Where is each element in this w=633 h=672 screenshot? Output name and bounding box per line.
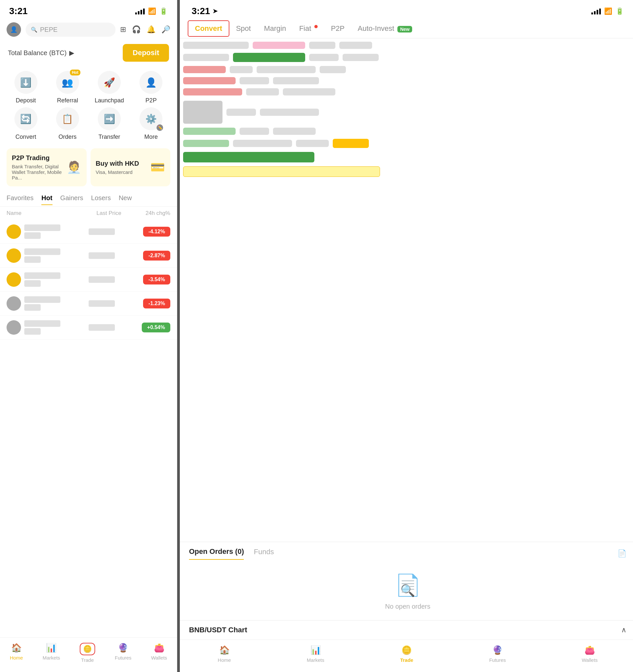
trade-icon: 🪙 [83,645,92,653]
market-item[interactable]: -4.12% [0,220,177,244]
coin-info [6,248,89,263]
nav-wallets[interactable]: 👛 Wallets [151,643,167,663]
wifi-icon: 📶 [148,7,156,15]
tab-fiat[interactable]: Fiat [293,21,325,36]
grid-icon[interactable]: ⊞ [120,25,126,34]
search-input[interactable]: PEPE [40,26,57,33]
right-status-bar: 3:21 ➤ 📶 🔋 [180,0,633,19]
right-nav-home[interactable]: 🏠 Home [218,645,231,663]
market-item[interactable]: -3.54% [0,268,177,292]
action-deposit[interactable]: ⬇️ Deposit [6,71,45,104]
search-icon: 🔍 [31,27,38,33]
change-value: +0.54% [142,322,170,332]
coin-info [6,224,89,239]
fiat-dot [314,25,318,28]
right-panel: 3:21 ➤ 📶 🔋 Convert Spot Margin Fiat P2P … [180,0,633,672]
nav-trade[interactable]: 🪙 Trade [80,643,95,663]
nav-home-label: Home [10,655,23,661]
coin-icon-1 [6,224,21,239]
right-nav-wallets[interactable]: 👛 Wallets [582,645,598,663]
tab-new[interactable]: New [119,194,132,205]
scan-icon[interactable]: 🔎 [161,25,170,34]
tab-hot[interactable]: Hot [41,194,52,205]
change-badge: -3.54% [129,274,170,285]
open-orders-tab[interactable]: Open Orders (0) [189,547,244,560]
hot-badge: Hot [70,70,80,75]
tab-losers[interactable]: Losers [91,194,111,205]
search-box[interactable]: 🔍 PEPE [26,23,116,37]
left-status-time: 3:21 [9,6,28,17]
tab-p2p[interactable]: P2P [324,21,351,36]
balance-label: Total Balance (BTC) ▶ [8,49,74,57]
change-badge: -2.87% [129,251,170,261]
tab-margin[interactable]: Margin [257,21,292,36]
right-nav-wallets-label: Wallets [582,657,598,663]
chart-area [180,39,633,542]
tab-gainers[interactable]: Gainers [61,194,83,205]
right-home-icon: 🏠 [219,645,230,655]
chevron-right-icon[interactable]: ▶ [69,49,74,57]
nav-futures-label: Futures [115,655,132,661]
market-item[interactable]: +0.54% [0,316,177,340]
action-convert-label: Convert [16,134,36,140]
right-status-time: 3:21 ➤ [192,6,217,17]
nav-home[interactable]: 🏠 Home [10,643,23,663]
right-nav-trade[interactable]: 🪙 Trade [400,645,413,663]
chevron-up-icon[interactable]: ∧ [621,626,627,634]
nav-markets[interactable]: 📊 Markets [43,643,60,663]
tab-favorites[interactable]: Favorites [6,194,33,205]
left-panel: 3:21 📶 🔋 👤 🔍 PEPE ⊞ 🎧 🔔 🔎 Tota [0,0,177,672]
p2p-trading-text: P2P Trading Bank Transfer, Digital Walle… [12,154,67,181]
coin-info [6,296,89,311]
right-nav-markets[interactable]: 📊 Markets [307,645,324,663]
funds-tab[interactable]: Funds [254,548,274,559]
coin-info [6,272,89,287]
buy-hkd-banner[interactable]: Buy with HKD Visa, Mastercard 💳 [91,148,171,186]
search-area: 👤 🔍 PEPE ⊞ 🎧 🔔 🔎 [0,19,177,40]
nav-futures[interactable]: 🔮 Futures [115,643,132,663]
tab-auto-invest[interactable]: Auto-Invest New [351,21,419,36]
coin-icon-3 [6,272,21,287]
action-p2p[interactable]: 👤 P2P [132,71,170,104]
location-icon: ➤ [213,7,217,15]
coin-name-blurred [24,296,61,303]
action-transfer[interactable]: ➡️ Transfer [90,107,128,140]
deposit-button[interactable]: Deposit [123,44,169,62]
market-item[interactable]: -1.23% [0,292,177,316]
markets-icon: 📊 [46,643,56,653]
orders-list-icon[interactable]: 📄 [617,549,627,558]
action-more[interactable]: ⚙️ ✏️ More [132,107,170,140]
market-item[interactable]: -2.87% [0,244,177,268]
right-nav-futures[interactable]: 🔮 Futures [489,645,506,663]
nav-markets-label: Markets [43,655,60,661]
market-list: -4.12% -2.87% [0,220,177,637]
bell-icon[interactable]: 🔔 [147,25,156,34]
action-orders[interactable]: 📋 Orders [48,107,87,140]
action-referral[interactable]: 👥 Hot Referral [48,71,87,104]
p2p-trading-banner[interactable]: P2P Trading Bank Transfer, Digital Walle… [6,148,87,186]
action-launchpad[interactable]: 🚀 Launchpad [90,71,128,104]
price-blurred [89,276,115,283]
headphone-icon[interactable]: 🎧 [132,25,141,34]
coin-icon-5 [6,320,21,335]
coin-name-blurred [24,248,61,255]
open-orders-section: Open Orders (0) Funds 📄 📄 🔍 No open orde… [180,542,633,620]
coin-pair-blurred [24,256,41,263]
right-bottom-nav: 🏠 Home 📊 Markets 🪙 Trade 🔮 Futures 👛 Wal… [180,640,633,672]
right-markets-icon: 📊 [310,645,321,655]
tab-spot[interactable]: Spot [229,21,257,36]
p2p-icon: 👤 [139,71,162,94]
bnb-chart-section[interactable]: BNB/USDT Chart ∧ [180,620,633,640]
tab-convert[interactable]: Convert [188,20,229,37]
p2p-trading-title: P2P Trading [12,154,67,162]
action-referral-label: Referral [57,97,78,104]
change-value: -2.87% [143,251,170,261]
coin-name-blurred [24,272,61,279]
coin-name-blurred [24,320,61,327]
price-blurred [89,324,115,331]
deposit-icon: ⬇️ [15,71,38,94]
trade-border: 🪙 [80,643,95,655]
action-convert[interactable]: 🔄 Convert [6,107,45,140]
referral-icon: 👥 Hot [56,71,79,94]
avatar[interactable]: 👤 [6,22,21,37]
